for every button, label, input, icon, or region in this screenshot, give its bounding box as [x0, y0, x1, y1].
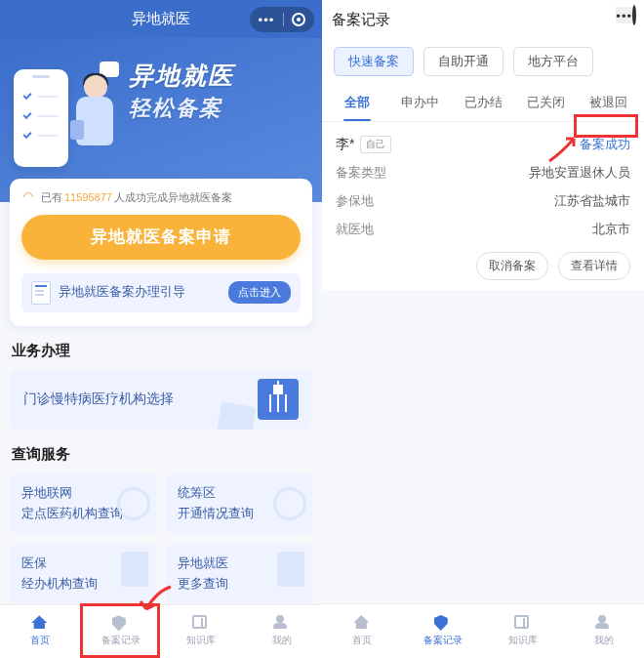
query-card-agency[interactable]: 医保 经办机构查询: [10, 544, 156, 604]
query-card-pooling[interactable]: 统筹区 开通情况查询: [166, 473, 312, 534]
guide-label: 异地就医备案办理引导: [59, 284, 185, 301]
more-icon[interactable]: •••: [259, 13, 275, 27]
kv-row: 备案类型异地安置退休人员: [336, 165, 630, 182]
tab-label: 知识库: [186, 634, 216, 647]
hospital-icon: [258, 379, 299, 420]
tab-label: 我的: [272, 634, 292, 647]
hero-title-1: 异地就医: [129, 60, 234, 92]
tab-home[interactable]: 首页: [322, 604, 403, 658]
kv-key: 就医地: [336, 222, 374, 238]
tab-all[interactable]: 全部: [326, 84, 388, 121]
link-icon: [117, 487, 150, 520]
empty-area: [322, 290, 644, 603]
miniprogram-capsule[interactable]: •••: [616, 7, 636, 23]
home-icon: [31, 615, 47, 629]
more-icon: [277, 552, 304, 587]
close-target-icon[interactable]: [632, 5, 636, 25]
main-card: 已有 11595877 人成功完成异地就医备案 异地就医备案申请 异地就医备案办…: [10, 179, 312, 326]
kv-key: 备案类型: [336, 165, 386, 182]
section-title-query: 查询服务: [12, 445, 310, 464]
pill-local[interactable]: 地方平台: [513, 47, 593, 76]
notice-prefix: 已有: [41, 190, 62, 205]
home-icon: [353, 615, 369, 629]
kv-value: 北京市: [592, 222, 630, 238]
book-icon: [192, 615, 207, 629]
notice-suffix: 人成功完成异地就医备案: [114, 190, 232, 205]
record-header: 李* 自己 备案成功: [336, 136, 630, 153]
decor-shape: [216, 401, 257, 430]
hero-illustration: 异地就医 轻松备案: [0, 38, 322, 173]
tab-records[interactable]: 备案记录: [403, 604, 484, 658]
tab-done[interactable]: 已办结: [452, 84, 514, 121]
cancel-record-button[interactable]: 取消备案: [476, 252, 548, 280]
tab-processing[interactable]: 申办中: [388, 84, 451, 121]
notice-bar: 已有 11595877 人成功完成异地就医备案: [21, 190, 301, 205]
page-title: 备案记录: [332, 11, 390, 29]
query-card-network[interactable]: 异地联网 定点医药机构查询: [10, 473, 156, 534]
hero-banner: 异地就医 轻松备案: [0, 38, 322, 201]
record-status: 备案成功: [580, 136, 630, 153]
kv-row: 就医地北京市: [336, 222, 630, 238]
kv-row: 参保地江苏省盐城市: [336, 193, 630, 210]
tab-mine[interactable]: 我的: [242, 605, 323, 658]
tab-closed[interactable]: 已关闭: [514, 84, 577, 121]
relation-tag: 自己: [360, 136, 391, 153]
right-phone-screen: 备案记录 ••• 快速备案 自助开通 地方平台 全部 申办中 已办结 已关闭 被…: [322, 0, 644, 658]
speaker-icon: [21, 190, 35, 204]
more-icon[interactable]: •••: [616, 9, 632, 23]
navbar: 异地就医 •••: [0, 0, 322, 38]
guide-row[interactable]: 异地就医备案办理引导 点击进入: [21, 273, 301, 312]
tab-label: 首页: [352, 634, 372, 647]
tab-label: 我的: [594, 634, 614, 647]
kv-key: 参保地: [336, 193, 374, 210]
book-icon: [514, 615, 529, 629]
biz-card-label: 门诊慢特病医疗机构选择: [23, 391, 174, 408]
person-illustration: [59, 75, 117, 173]
bottom-tabbar: 首页 备案记录 知识库 我的: [322, 603, 644, 658]
guide-enter-button[interactable]: 点击进入: [228, 281, 291, 304]
tab-label: 首页: [30, 634, 50, 647]
record-name: 李*: [336, 136, 354, 153]
shield-icon: [434, 615, 448, 631]
document-icon: [31, 281, 51, 305]
hero-title-2: 轻松备案: [129, 94, 234, 123]
left-phone-screen: 异地就医 ••• 异地就医 轻松备案 已有 115958: [0, 0, 322, 658]
navbar: 备案记录 •••: [322, 0, 644, 39]
biz-card-chronic[interactable]: 门诊慢特病医疗机构选择: [10, 370, 312, 430]
tab-knowledge[interactable]: 知识库: [483, 604, 564, 658]
record-card: 李* 自己 备案成功 备案类型异地安置退休人员 参保地江苏省盐城市 就医地北京市…: [322, 122, 644, 290]
tab-label: 知识库: [508, 634, 538, 647]
pill-fast[interactable]: 快速备案: [334, 47, 414, 76]
annotation-arrow: [544, 127, 584, 166]
user-icon: [273, 615, 287, 629]
section-title-biz: 业务办理: [12, 342, 310, 360]
query-card-more[interactable]: 异地就医 更多查询: [166, 544, 312, 604]
tab-home[interactable]: 首页: [0, 605, 81, 658]
annotation-arrow: [137, 582, 176, 621]
kv-value: 异地安置退休人员: [529, 165, 630, 182]
notice-count: 11595877: [64, 191, 112, 203]
pill-self[interactable]: 自助开通: [423, 47, 503, 76]
tab-label: 备案记录: [423, 634, 463, 647]
divider: [283, 13, 284, 26]
filter-pills: 快速备案 自助开通 地方平台: [322, 39, 644, 84]
view-detail-button[interactable]: 查看详情: [558, 252, 630, 280]
kv-value: 江苏省盐城市: [554, 193, 630, 210]
page-title: 异地就医: [132, 10, 190, 28]
record-actions: 取消备案 查看详情: [336, 252, 630, 280]
close-target-icon[interactable]: [292, 13, 305, 26]
user-icon: [595, 615, 609, 629]
location-icon: [273, 487, 306, 520]
apply-button[interactable]: 异地就医备案申请: [21, 215, 301, 260]
tab-mine[interactable]: 我的: [564, 604, 645, 658]
miniprogram-capsule[interactable]: •••: [250, 7, 314, 32]
